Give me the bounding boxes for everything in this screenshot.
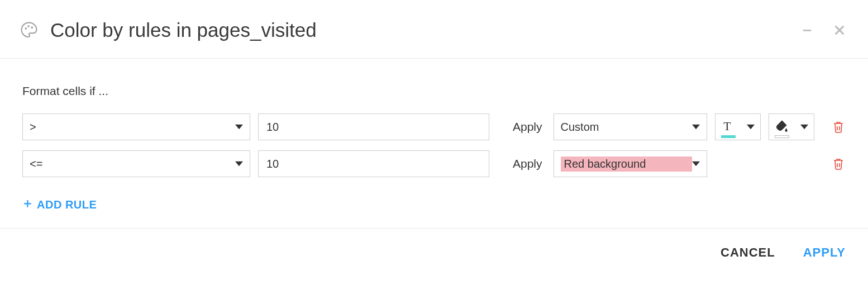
apply-button[interactable]: APPLY bbox=[803, 245, 846, 260]
fill-color-icon bbox=[775, 118, 789, 136]
svg-point-0 bbox=[25, 27, 27, 30]
operator-value: <= bbox=[30, 158, 42, 170]
value-input[interactable] bbox=[266, 158, 481, 170]
dialog: Color by rules in pages_visited Format c… bbox=[0, 0, 868, 260]
dialog-title: Color by rules in pages_visited bbox=[50, 19, 801, 41]
style-select[interactable]: Red background bbox=[554, 150, 707, 177]
dialog-header: Color by rules in pages_visited bbox=[0, 0, 868, 59]
text-color-picker[interactable]: T bbox=[715, 113, 761, 140]
chevron-down-icon bbox=[692, 123, 700, 131]
fill-color-picker[interactable] bbox=[769, 113, 814, 140]
operator-select[interactable]: > bbox=[22, 113, 250, 140]
style-select[interactable]: Custom bbox=[554, 113, 707, 140]
minimize-icon[interactable] bbox=[801, 24, 813, 36]
chevron-down-icon bbox=[692, 160, 700, 168]
value-input-wrapper bbox=[258, 150, 489, 177]
add-rule-button[interactable]: ADD RULE bbox=[22, 198, 97, 211]
plus-icon bbox=[22, 198, 32, 211]
value-input[interactable] bbox=[266, 121, 481, 134]
style-value: Custom bbox=[561, 121, 692, 134]
dialog-footer: CANCEL APPLY bbox=[0, 229, 868, 260]
value-input-wrapper bbox=[258, 113, 489, 140]
apply-label: Apply bbox=[513, 120, 542, 134]
svg-text:T: T bbox=[723, 119, 731, 132]
operator-select[interactable]: <= bbox=[22, 150, 250, 177]
chevron-down-icon bbox=[747, 123, 755, 131]
svg-point-2 bbox=[31, 26, 33, 29]
close-icon[interactable] bbox=[833, 24, 846, 36]
window-controls bbox=[801, 24, 846, 36]
format-prompt: Format cells if ... bbox=[22, 84, 846, 98]
svg-rect-3 bbox=[803, 30, 812, 31]
chevron-down-icon bbox=[235, 160, 243, 168]
svg-point-1 bbox=[27, 25, 30, 27]
add-rule-label: ADD RULE bbox=[37, 198, 97, 211]
style-value: Red background bbox=[561, 157, 692, 172]
rule-row: > Apply Custom T bbox=[22, 113, 846, 140]
text-color-icon: T bbox=[721, 118, 736, 136]
cancel-button[interactable]: CANCEL bbox=[721, 245, 775, 260]
dialog-body: Format cells if ... > Apply Custom bbox=[0, 59, 868, 229]
rule-row: <= Apply Red background bbox=[22, 150, 846, 177]
chevron-down-icon bbox=[235, 123, 243, 131]
apply-label: Apply bbox=[513, 157, 542, 170]
delete-rule-button[interactable] bbox=[831, 120, 846, 134]
chevron-down-icon bbox=[800, 123, 808, 131]
palette-icon bbox=[19, 20, 39, 40]
delete-rule-button[interactable] bbox=[831, 157, 846, 171]
operator-value: > bbox=[30, 121, 36, 134]
